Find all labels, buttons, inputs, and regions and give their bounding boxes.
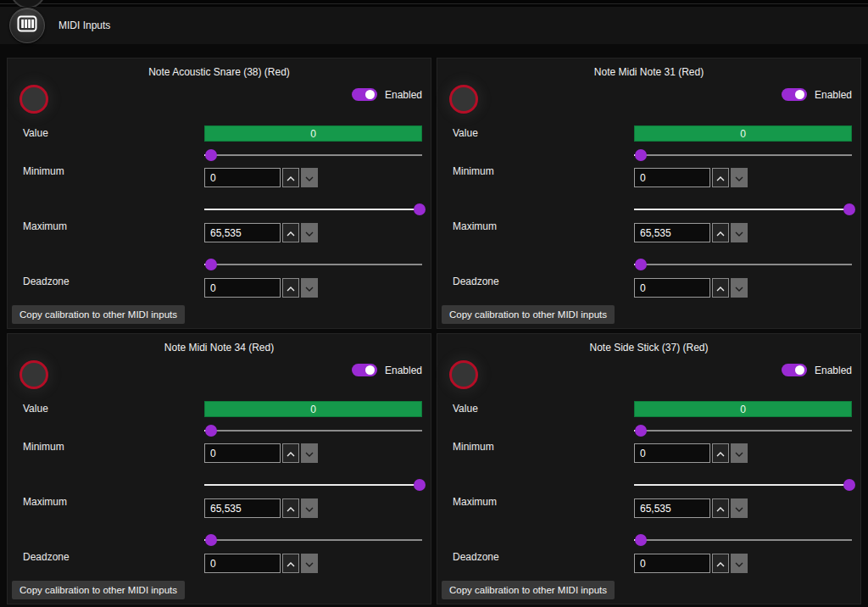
chevron-up-icon	[287, 281, 295, 294]
maximum-input[interactable]	[204, 223, 281, 242]
deadzone-slider[interactable]	[204, 534, 422, 546]
maximum-slider[interactable]	[634, 203, 852, 215]
slider-track[interactable]	[204, 430, 422, 432]
deadzone-input[interactable]	[634, 554, 710, 573]
deadzone-stepper-up-button[interactable]	[712, 554, 729, 573]
slider-track[interactable]	[634, 430, 852, 432]
minimum-stepper-up-button[interactable]	[712, 168, 729, 187]
maximum-stepper-down-button[interactable]	[731, 223, 748, 242]
deadzone-slider[interactable]	[204, 259, 422, 270]
slider-thumb[interactable]	[635, 534, 647, 546]
toggle-knob	[365, 90, 375, 99]
chevron-down-icon	[735, 171, 743, 184]
minimum-input[interactable]	[204, 443, 281, 463]
maximum-stepper-down-button[interactable]	[731, 498, 748, 518]
deadzone-stepper-up-button[interactable]	[282, 278, 299, 298]
enabled-toggle[interactable]	[782, 364, 807, 376]
maximum-input[interactable]	[634, 223, 710, 242]
slider-track[interactable]	[634, 264, 852, 265]
minimum-slider[interactable]	[204, 149, 422, 161]
deadzone-stepper-down-button[interactable]	[731, 278, 748, 298]
deadzone-stepper-up-button[interactable]	[712, 278, 729, 298]
chevron-down-icon	[305, 502, 314, 515]
slider-thumb[interactable]	[843, 479, 855, 491]
chevron-up-icon	[287, 557, 295, 570]
maximum-stepper-down-button[interactable]	[301, 223, 318, 242]
enabled-toggle[interactable]	[352, 364, 377, 376]
copy-calibration-button[interactable]: Copy calibration to other MIDI inputs	[12, 305, 185, 324]
panel-title: Note Acoustic Snare (38) (Red)	[8, 66, 431, 78]
deadzone-stepper-down-button[interactable]	[301, 278, 318, 298]
slider-track[interactable]	[634, 154, 852, 156]
minimum-numrow	[204, 443, 422, 463]
minimum-input[interactable]	[634, 168, 710, 187]
minimum-slider[interactable]	[204, 425, 422, 437]
maximum-stepper-down-button[interactable]	[301, 498, 318, 518]
slider-thumb[interactable]	[635, 259, 647, 270]
maximum-numrow	[634, 498, 852, 518]
minimum-stepper-up-button[interactable]	[282, 168, 299, 187]
chevron-up-icon	[716, 447, 725, 459]
maximum-stepper-up-button[interactable]	[282, 223, 299, 242]
slider-thumb[interactable]	[635, 425, 647, 437]
slider-thumb[interactable]	[414, 203, 426, 215]
slider-thumb[interactable]	[414, 479, 426, 491]
slider-thumb[interactable]	[843, 203, 855, 215]
deadzone-slider[interactable]	[634, 534, 852, 546]
deadzone-slider[interactable]	[634, 259, 852, 270]
deadzone-stepper-up-button[interactable]	[282, 554, 299, 573]
deadzone-input[interactable]	[634, 278, 710, 298]
deadzone-input[interactable]	[204, 554, 281, 573]
chevron-up-icon	[287, 502, 295, 515]
enabled-label: Enabled	[385, 89, 422, 101]
copy-calibration-button[interactable]: Copy calibration to other MIDI inputs	[442, 581, 615, 599]
toggle-knob	[795, 90, 804, 99]
slider-track[interactable]	[204, 539, 422, 541]
enabled-label: Enabled	[815, 365, 852, 376]
maximum-stepper-up-button[interactable]	[712, 223, 729, 242]
maximum-slider[interactable]	[204, 479, 422, 491]
slider-thumb[interactable]	[205, 425, 217, 437]
minimum-stepper-up-button[interactable]	[282, 443, 299, 463]
minimum-stepper-up-button[interactable]	[712, 443, 729, 463]
maximum-stepper-up-button[interactable]	[282, 498, 299, 518]
minimum-input[interactable]	[204, 168, 281, 187]
minimum-stepper-down-button[interactable]	[731, 168, 748, 187]
value-text: 0	[310, 128, 316, 140]
value-bar: 0	[204, 401, 422, 417]
chevron-down-icon	[305, 447, 314, 459]
slider-fill	[634, 484, 849, 486]
slider-track[interactable]	[634, 539, 852, 541]
slider-track[interactable]	[204, 154, 422, 156]
deadzone-label: Deadzone	[453, 276, 499, 287]
minimum-slider[interactable]	[634, 149, 852, 161]
copy-calibration-button[interactable]: Copy calibration to other MIDI inputs	[442, 305, 615, 324]
slider-thumb[interactable]	[205, 259, 217, 270]
enabled-toggle[interactable]	[352, 88, 377, 101]
copy-calibration-button[interactable]: Copy calibration to other MIDI inputs	[12, 581, 185, 599]
panels-grid: Note Acoustic Snare (38) (Red) Enabled V…	[7, 58, 861, 604]
chevron-down-icon	[735, 447, 743, 459]
maximum-slider[interactable]	[204, 203, 422, 215]
enabled-toggle[interactable]	[782, 88, 807, 101]
minimum-label: Minimum	[23, 165, 64, 177]
window-top-strip	[0, 0, 868, 7]
deadzone-stepper-down-button[interactable]	[731, 554, 748, 573]
slider-thumb[interactable]	[205, 534, 217, 546]
minimum-slider[interactable]	[634, 425, 852, 437]
minimum-stepper-down-button[interactable]	[301, 168, 318, 187]
maximum-input[interactable]	[634, 498, 710, 518]
input-indicator	[19, 360, 48, 389]
deadzone-stepper-down-button[interactable]	[301, 554, 318, 573]
maximum-input[interactable]	[204, 498, 281, 518]
maximum-stepper-up-button[interactable]	[712, 498, 729, 518]
minimum-input[interactable]	[634, 443, 710, 463]
maximum-slider[interactable]	[634, 479, 852, 491]
slider-thumb[interactable]	[635, 149, 647, 161]
minimum-stepper-down-button[interactable]	[301, 443, 318, 463]
deadzone-input[interactable]	[204, 278, 281, 298]
slider-track[interactable]	[204, 264, 422, 265]
slider-thumb[interactable]	[205, 149, 217, 161]
minimum-stepper-down-button[interactable]	[731, 443, 748, 463]
midi-inputs-nav-button[interactable]	[9, 8, 45, 43]
